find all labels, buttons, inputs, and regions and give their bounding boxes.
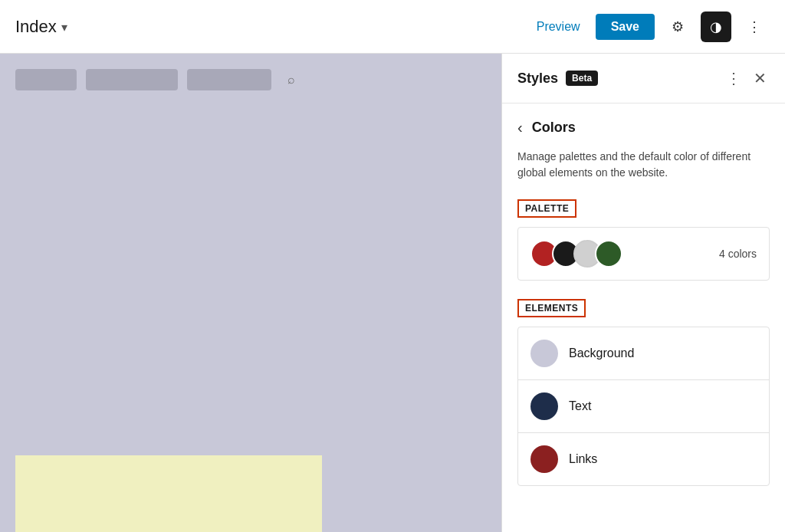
background-label: Background [569,346,634,360]
canvas-nav: ⌕ [0,54,501,90]
canvas-area: ⌕ [0,54,501,532]
save-button[interactable]: Save [596,14,655,40]
chevron-down-icon[interactable]: ▾ [61,20,67,34]
nav-item-2[interactable] [86,69,178,90]
topbar: Index ▾ Preview Save ⚙ ◑ ⋮ [0,0,785,54]
panel-header-left: Styles Beta [517,71,598,87]
beta-badge: Beta [566,71,598,86]
nav-item-3[interactable] [187,69,271,90]
panel-close-button[interactable]: ✕ [751,66,770,90]
panel-header-right: ⋮ ✕ [723,66,770,90]
more-icon: ⋮ [747,18,761,35]
darkmode-icon: ◑ [710,18,722,35]
panel-title: Styles [517,71,558,87]
nav-item-1[interactable] [15,69,77,90]
topbar-right: Preview Save ⚙ ◑ ⋮ [529,11,770,42]
settings-button[interactable]: ⚙ [662,11,693,42]
gear-icon: ⚙ [672,18,684,35]
elements-list: Background Text Links [517,327,770,486]
elements-section-label: ELEMENTS [517,299,586,317]
canvas-yellow-block [15,455,322,532]
links-label: Links [569,452,597,466]
colors-description: Manage palettes and the default color of… [517,149,770,181]
side-panel: Styles Beta ⋮ ✕ ‹ Colors Manage palettes… [501,54,785,532]
palette-section-label: PALETTE [517,199,576,218]
text-label: Text [569,399,591,413]
colors-header: ‹ Colors [517,119,770,136]
text-color-dot [530,392,558,420]
background-color-dot [530,340,558,367]
colors-title: Colors [532,120,576,136]
colors-back-button[interactable]: ‹ [517,119,523,136]
element-row-links[interactable]: Links [518,433,769,485]
page-title: Index [15,17,57,37]
panel-body: ‹ Colors Manage palettes and the default… [502,103,785,532]
palette-count: 4 colors [719,248,757,260]
search-icon[interactable]: ⌕ [281,69,302,90]
topbar-left: Index ▾ [15,17,67,37]
more-options-button[interactable]: ⋮ [739,11,770,42]
main-area: ⌕ Styles Beta ⋮ ✕ ‹ Colors Manage palett… [0,54,785,532]
panel-more-button[interactable]: ⋮ [723,66,744,90]
element-row-background[interactable]: Background [518,327,769,380]
darkmode-button[interactable]: ◑ [701,11,731,42]
element-row-text[interactable]: Text [518,380,769,433]
preview-button[interactable]: Preview [529,15,588,38]
palette-card[interactable]: 4 colors [517,227,770,281]
palette-color-4 [595,240,622,268]
palette-circles [530,240,622,268]
panel-header: Styles Beta ⋮ ✕ [502,54,785,103]
links-color-dot [530,445,558,473]
